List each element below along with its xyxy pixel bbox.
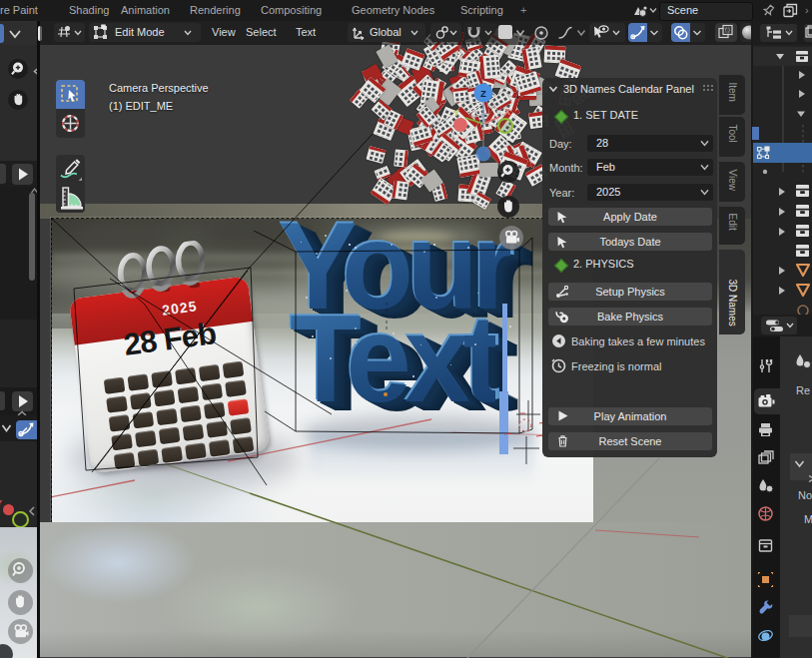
svg-text:Z: Z	[480, 89, 486, 99]
svg-text:X: X	[504, 107, 510, 117]
svg-text:Y: Y	[453, 108, 459, 118]
